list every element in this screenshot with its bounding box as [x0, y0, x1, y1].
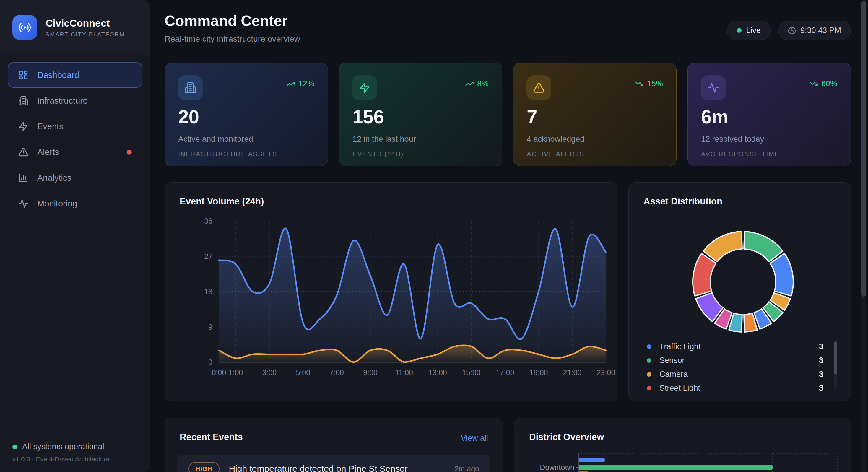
stats-row: 12% 20 Active and monitored INFRASTRUCTU…	[164, 63, 851, 166]
building-icon	[184, 82, 196, 94]
layout-dashboard-icon	[18, 70, 28, 80]
svg-text:17:00: 17:00	[496, 368, 514, 377]
building-icon	[18, 96, 28, 106]
trending-down-icon	[809, 80, 818, 88]
sidebar: CivicConnect SMART CITY PLATFORM Dashboa…	[0, 0, 150, 472]
legend-item-traffic-light: Traffic Light 3	[641, 340, 839, 353]
trend-value: 8%	[477, 79, 489, 88]
stat-label: INFRASTRUCTURE ASSETS	[178, 150, 277, 158]
sidebar-item-label: Infrastructure	[37, 96, 88, 106]
legend-label: Traffic Light	[659, 342, 701, 351]
legend-scrollbar-thumb[interactable]	[834, 341, 837, 375]
page-scrollbar	[861, 0, 866, 472]
alerts-notification-dot	[127, 150, 132, 155]
asset-legend: Traffic Light 3 Sensor 3 Camera 3 Street…	[641, 340, 839, 391]
stat-card-events-24h: 8% 156 12 in the last hour EVENTS (24H)	[339, 63, 502, 166]
svg-text:27: 27	[204, 252, 212, 260]
header-controls: Live 9:30:43 PM	[727, 21, 851, 40]
svg-text:13:00: 13:00	[428, 368, 447, 377]
radio-broadcast-icon	[18, 21, 31, 34]
stat-card-avg-response-time: 60% 6m 12 resolved today AVG RESPONSE TI…	[687, 63, 851, 166]
event-volume-title: Event Volume (24h)	[180, 196, 264, 207]
sidebar-item-analytics[interactable]: Analytics	[8, 165, 143, 190]
event-time: 2m ago	[455, 465, 479, 472]
sidebar-item-label: Monitoring	[37, 199, 77, 209]
svg-text:9:00: 9:00	[363, 368, 378, 377]
svg-text:18: 18	[204, 287, 212, 296]
sidebar-item-dashboard[interactable]: Dashboard	[8, 62, 143, 88]
stat-card-infrastructure-assets: 12% 20 Active and monitored INFRASTRUCTU…	[164, 63, 328, 166]
alert-triangle-icon	[533, 82, 545, 94]
stat-value: 7	[527, 106, 537, 128]
page-subtitle: Real-time city infrastructure overview	[164, 34, 300, 44]
app-logo	[12, 15, 37, 40]
legend-dot-icon	[647, 344, 651, 349]
legend-dot-icon	[647, 358, 651, 363]
page-title: Command Center	[164, 12, 300, 30]
live-label: Live	[746, 26, 761, 35]
legend-item-street-light: Street Light 3	[641, 381, 839, 391]
zap-icon	[18, 121, 28, 131]
svg-text:36: 36	[204, 217, 212, 225]
svg-text:1:00: 1:00	[229, 368, 243, 377]
svg-text:7:00: 7:00	[330, 368, 344, 377]
status-dot-icon	[12, 444, 17, 449]
stat-subtext: 4 acknowledged	[527, 135, 584, 144]
sidebar-footer: All systems operational v1.0.0 · Event-D…	[0, 434, 150, 472]
svg-text:5:00: 5:00	[296, 368, 310, 377]
trend-badge: 15%	[635, 79, 663, 88]
legend-count: 3	[819, 384, 824, 391]
clock-time: 9:30:43 PM	[800, 26, 841, 35]
zap-icon	[359, 82, 370, 94]
stat-label: AVG RESPONSE TIME	[701, 150, 779, 158]
app-tagline: SMART CITY PLATFORM	[45, 31, 125, 38]
sidebar-item-monitoring[interactable]: Monitoring	[8, 191, 143, 216]
trend-badge: 12%	[286, 79, 314, 88]
event-volume-panel: Event Volume (24h) 091827360:001:003:005…	[164, 182, 617, 401]
legend-label: Street Light	[659, 384, 700, 391]
event-volume-line-chart: 091827360:001:003:005:007:009:0011:0013:…	[165, 183, 617, 401]
status-text: All systems operational	[22, 442, 104, 451]
svg-text:19:00: 19:00	[529, 368, 548, 377]
svg-text:23:00: 23:00	[597, 368, 615, 377]
svg-text:0:00: 0:00	[212, 368, 226, 377]
view-all-link[interactable]: View all	[461, 434, 488, 443]
severity-badge: HIGH	[188, 462, 219, 472]
sidebar-item-events[interactable]: Events	[8, 114, 143, 139]
stat-subtext: Active and monitored	[178, 135, 253, 144]
sidebar-item-alerts[interactable]: Alerts	[8, 139, 143, 165]
svg-text:15:00: 15:00	[462, 368, 481, 377]
legend-label: Camera	[659, 370, 688, 379]
bar-chart-icon	[18, 173, 28, 183]
sidebar-header: CivicConnect SMART CITY PLATFORM	[0, 0, 150, 55]
svg-text:21:00: 21:00	[563, 368, 582, 377]
sidebar-item-infrastructure[interactable]: Infrastructure	[8, 88, 143, 114]
legend-item-camera: Camera 3	[641, 368, 839, 381]
stat-label: EVENTS (24H)	[352, 150, 404, 158]
app-version: v1.0.0 · Event-Driven Architecture	[12, 455, 138, 463]
trend-badge: 60%	[809, 79, 837, 88]
sidebar-item-label: Dashboard	[37, 70, 79, 80]
stat-subtext: 12 resolved today	[701, 135, 764, 144]
event-list-item[interactable]: HIGH High temperature detected on Pine S…	[177, 454, 490, 472]
asset-distribution-panel: Asset Distribution Traffic Light 3 Senso…	[628, 182, 851, 401]
trending-down-icon	[635, 80, 644, 88]
app-name: CivicConnect	[45, 18, 125, 29]
district-overview-bar-chart: Downtown	[514, 418, 851, 472]
clock-icon	[788, 27, 796, 35]
stat-subtext: 12 in the last hour	[352, 135, 416, 144]
recent-events-title: Recent Events	[180, 432, 243, 442]
page-scrollbar-thumb[interactable]	[861, 1, 866, 296]
system-status: All systems operational	[12, 442, 138, 451]
app-title-block: CivicConnect SMART CITY PLATFORM	[45, 18, 125, 38]
sidebar-item-label: Analytics	[37, 173, 71, 183]
stat-value: 6m	[701, 106, 728, 128]
svg-text:11:00: 11:00	[395, 368, 413, 377]
page-header: Command Center Real-time city infrastruc…	[164, 12, 851, 44]
clock-badge: 9:30:43 PM	[778, 21, 851, 40]
recent-events-panel: Recent Events View all HIGH High tempera…	[164, 418, 503, 472]
trend-value: 15%	[647, 79, 663, 88]
activity-icon	[707, 82, 719, 94]
legend-count: 3	[819, 342, 824, 351]
legend-dot-icon	[647, 386, 651, 390]
